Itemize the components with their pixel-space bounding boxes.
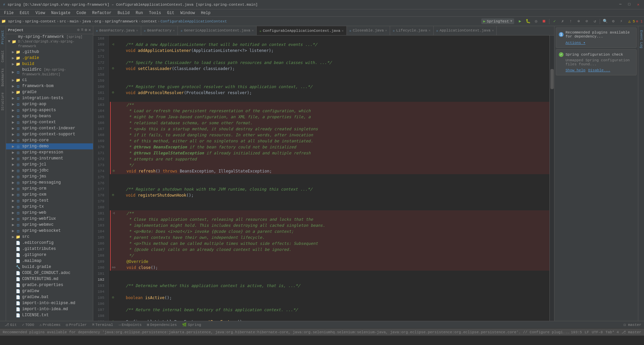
line-ending[interactable]: LF <box>585 330 589 334</box>
search-everywhere[interactable]: 🔍 <box>601 18 609 25</box>
tree-spring-oxm[interactable]: ▶ ◫ spring-oxm <box>6 192 93 198</box>
tree-spring-context[interactable]: ▶ ◫ spring-context <box>6 119 93 125</box>
git-checkmark[interactable]: ✓ <box>551 18 558 25</box>
git-history[interactable]: ↺ <box>591 18 598 25</box>
toggle-spring-webflux[interactable]: ▶ <box>11 216 15 221</box>
encoding[interactable]: UTF-8 <box>592 330 603 334</box>
tree-gitattributes[interactable]: 📄 .gitattributes <box>6 246 93 252</box>
tab-close-lifecycle[interactable]: ✕ <box>429 28 431 32</box>
menu-view[interactable]: View <box>33 10 48 16</box>
tab-git[interactable]: ⎇ Git <box>3 323 19 327</box>
tree-spring-context-support[interactable]: ▶ ◫ spring-context-support <box>6 131 93 137</box>
toggle-spring-beans[interactable]: ▶ <box>11 114 15 119</box>
tree-spring-beans[interactable]: ▶ ◫ spring-beans <box>6 113 93 119</box>
toggle-spring-demo[interactable]: ▶ <box>11 144 15 149</box>
sidebar-expand-icon[interactable]: ≡ <box>81 27 83 32</box>
toggle-ci[interactable]: ▶ <box>11 78 15 83</box>
tree-build-gradle[interactable]: 🔧 build.gradle <box>6 264 93 270</box>
toggle-root[interactable]: ▼ <box>7 39 11 44</box>
toggle-spring-context[interactable]: ▶ <box>11 120 15 125</box>
toggle-spring-aop[interactable]: ▶ <box>11 102 15 107</box>
toggle-build[interactable]: ▶ <box>11 62 15 67</box>
warning-badge[interactable]: △ 5 ⊗ 1 <box>628 19 643 23</box>
tab-appcontext[interactable]: ☕ ApplicationContext.java ✕ <box>434 26 497 35</box>
tree-spring-demo[interactable]: ▶ ◫ spring-demo <box>6 143 93 149</box>
toggle-spring-expression[interactable]: ▶ <box>11 150 15 155</box>
close-button[interactable]: ✕ <box>635 2 641 7</box>
tree-gradlew[interactable]: 📄 gradlew <box>6 288 93 294</box>
tree-spring-messaging[interactable]: ▶ ◫ spring-messaging <box>6 180 93 186</box>
menu-code[interactable]: Code <box>74 10 89 16</box>
scrollbar-thumb[interactable] <box>550 69 554 89</box>
toggle-spring-core[interactable]: ▶ <box>11 138 15 143</box>
tree-spring-core[interactable]: ▶ ◫ spring-core <box>6 137 93 143</box>
vtab-commit[interactable]: Commit <box>0 48 5 65</box>
tree-import-eclipse[interactable]: 📄 import-into-eclipse.md <box>6 300 93 306</box>
tab-profiler[interactable]: ◎ Profiler <box>64 323 89 327</box>
toggle-src[interactable]: ▶ <box>11 234 15 239</box>
tree-spring-expression[interactable]: ▶ ◫ spring-expression <box>6 149 93 155</box>
tree-spring-tx[interactable]: ▶ ◫ spring-tx <box>6 204 93 210</box>
tree-spring-instrument[interactable]: ▶ ◫ spring-instrument <box>6 155 93 161</box>
menu-edit[interactable]: Edit <box>17 10 32 16</box>
tree-code-of-conduct[interactable]: 📄 CODE_OF_CONDUCT.adoc <box>6 270 93 276</box>
tree-license[interactable]: 📄 LICENSE.txt <box>6 312 93 318</box>
toggle-spring-tx[interactable]: ▶ <box>11 204 15 209</box>
settings-button[interactable]: ⚙ <box>609 18 617 25</box>
sidebar-settings-icon[interactable]: ⚙ <box>85 27 87 32</box>
toggle-github[interactable]: ▶ <box>11 50 15 55</box>
tree-gitignore[interactable]: 📄 .gitignore <box>6 252 93 258</box>
toggle-spring-context-indexer[interactable]: ▶ <box>11 126 15 131</box>
cursor-position[interactable]: 193:5 <box>571 330 582 334</box>
tree-integration-tests[interactable]: ▶ ◫ integration-tests <box>6 95 93 101</box>
tree-mailmap[interactable]: 📄 .mailmap <box>6 258 93 264</box>
code-content[interactable]: ◁ /** Add a new ApplicationListener that… <box>109 36 549 321</box>
more-button[interactable]: ⚡ <box>618 18 625 25</box>
tree-spring-jms[interactable]: ▶ ◫ spring-jms <box>6 174 93 180</box>
tree-src[interactable]: ▶ 📁 src <box>6 234 93 240</box>
toggle-spring-jms[interactable]: ▶ <box>11 174 15 179</box>
branch-name[interactable]: ⎇ master <box>622 330 641 334</box>
tree-build-dir[interactable]: ▶ 📁 build <box>6 61 93 67</box>
tree-spring-jcl[interactable]: ▶ ◫ spring-jcl <box>6 161 93 167</box>
tab-beanfactory[interactable]: ☕ BeanFactory ✕ <box>141 26 178 35</box>
tab-problems[interactable]: ⚠ Problems <box>38 323 62 327</box>
indent-size[interactable]: Tab* 4 <box>605 330 619 334</box>
toggle-gradle2[interactable]: ▶ <box>11 90 15 95</box>
minimize-button[interactable]: ─ <box>617 2 624 7</box>
toggle-spring-test[interactable]: ▶ <box>11 198 15 203</box>
menu-refactor[interactable]: Refactor <box>90 10 114 16</box>
tree-spring-websocket[interactable]: ▶ ◫ spring-websocket <box>6 228 93 234</box>
menu-run[interactable]: Run <box>133 10 146 16</box>
run-button[interactable]: ▶ <box>516 18 524 25</box>
toggle-buildsrc[interactable]: ▶ <box>11 70 15 75</box>
git-icon2[interactable]: ⊘ <box>583 18 590 25</box>
menu-help[interactable]: Help <box>198 10 213 16</box>
vtab-event-log[interactable]: Event Log <box>639 27 644 51</box>
tree-spring-orm[interactable]: ▶ ◫ spring-orm <box>6 186 93 192</box>
tab-closeable[interactable]: ☕ Closeable.java ✕ <box>347 26 390 35</box>
menu-window[interactable]: Window <box>178 10 198 16</box>
sidebar-locate-icon[interactable]: ⊙ <box>77 27 79 32</box>
tab-close-beanfactory[interactable]: ✕ <box>173 28 175 32</box>
vtab-project[interactable]: Project <box>0 27 5 47</box>
tree-spring-webmvc[interactable]: ▶ ◫ spring-webmvc <box>6 222 93 228</box>
toggle-spring-web[interactable]: ▶ <box>11 210 15 215</box>
tree-spring-context-indexer[interactable]: ▶ ◫ spring-context-indexer <box>6 125 93 131</box>
coverage-button[interactable]: ◎ <box>532 18 540 25</box>
code-editor[interactable]: 168 169 170 171 172 157 158 159 160 161 … <box>93 36 554 321</box>
menu-build[interactable]: Build <box>115 10 132 16</box>
toggle-gradle[interactable]: ▶ <box>11 56 15 61</box>
tree-github[interactable]: ▶ 📁 .github <box>6 49 93 55</box>
run-config[interactable]: ▶ SpringTest ▼ <box>481 18 515 24</box>
tab-close-closeable[interactable]: ✕ <box>385 28 387 32</box>
toggle-spring-oxm[interactable]: ▶ <box>11 192 15 197</box>
toggle-spring-orm[interactable]: ▶ <box>11 186 15 191</box>
menu-file[interactable]: File <box>1 10 16 16</box>
menu-git[interactable]: Git <box>164 10 177 16</box>
tab-generic-appctx[interactable]: ☕ GenericApplicationContext.java ✕ <box>178 26 257 35</box>
tree-import-idea[interactable]: 📄 import-into-idea.md <box>6 306 93 312</box>
tab-configurable-appctx[interactable]: ☕ ConfigurableApplicationContext.java ✕ <box>257 26 346 35</box>
tree-gradlew-bat[interactable]: 📄 gradlew.bat <box>6 294 93 300</box>
tree-framework-bom[interactable]: ▶ ◫ framework-bom <box>6 83 93 89</box>
